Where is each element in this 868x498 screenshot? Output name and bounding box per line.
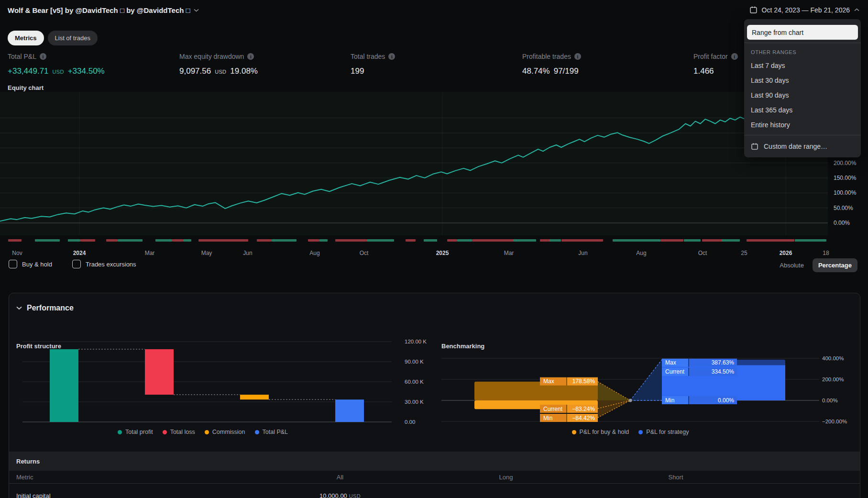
metric-total-p-l: Total P&Li+33,449.71USD+334.50% <box>8 53 165 76</box>
info-icon[interactable]: i <box>40 53 46 60</box>
menu-item-last-90-days[interactable]: Last 90 days <box>744 88 861 102</box>
metric-max-equity-drawdown: Max equity drawdowni9,097.56USD19.08% <box>179 53 337 76</box>
metric-value-main: 9,097.56 <box>179 66 211 76</box>
losing-trades-marker <box>447 239 457 242</box>
svg-text:Current: Current <box>665 368 685 375</box>
value-mode-toggle: Absolute Percentage <box>776 258 857 272</box>
axis-tick-label: 90.00 K <box>405 359 424 365</box>
benchmarking-legend: P&L for buy & holdP&L for strategy <box>441 429 819 435</box>
time-axis-label: 18 <box>823 250 829 256</box>
time-axis-label: Aug <box>636 250 646 256</box>
date-range-button[interactable]: Oct 24, 2023 — Feb 21, 2026 <box>748 5 860 15</box>
winning-trades-marker <box>795 239 826 242</box>
equity-chart[interactable] <box>0 81 828 239</box>
legend-label: Total loss <box>170 429 195 435</box>
chevron-up-icon <box>854 8 859 11</box>
time-axis-label: 2026 <box>780 250 792 256</box>
time-axis-label: Jun <box>243 250 252 256</box>
losing-trades-marker <box>257 239 272 242</box>
winning-trades-marker <box>457 239 472 242</box>
info-icon[interactable]: i <box>574 53 581 60</box>
axis-tick-label: 60.00 K <box>405 379 424 385</box>
metric-value-extra: 19.08% <box>230 66 258 76</box>
menu-item-last-30-days[interactable]: Last 30 days <box>744 73 861 88</box>
svg-text:−84.42%: −84.42% <box>572 415 595 421</box>
winning-trades-marker <box>35 239 60 242</box>
profit-structure-legend: Total profitTotal lossCommissionTotal P&… <box>14 429 392 435</box>
menu-section-label: OTHER RANGES <box>744 46 861 58</box>
table-row[interactable]: Initial capital10,000.00USD <box>9 484 860 498</box>
checkbox-trades-excursions[interactable]: Trades excursions <box>72 260 136 268</box>
profit-structure-y-axis: 120.00 K90.00 K60.00 K30.00 K0.00 <box>405 335 438 431</box>
tab-list-of-trades[interactable]: List of trades <box>48 31 98 45</box>
menu-item-range-from-chart[interactable]: Range from chart <box>747 25 858 40</box>
checkbox-box[interactable] <box>72 260 81 268</box>
axis-tick-label: 100.00% <box>834 189 856 196</box>
legend-item: Total P&L <box>255 429 288 435</box>
winning-trades-marker <box>319 239 328 242</box>
axis-tick-label: 150.00% <box>834 175 856 181</box>
losing-trades-marker <box>8 239 22 242</box>
svg-text:Max: Max <box>543 378 554 385</box>
absolute-mode-button[interactable]: Absolute <box>776 259 808 272</box>
legend-dot <box>163 430 167 434</box>
axis-tick-label: 400.00% <box>822 355 844 361</box>
legend-item: Total loss <box>163 429 195 435</box>
chevron-down-icon <box>16 306 22 310</box>
performance-section-header[interactable]: Performance <box>16 304 74 312</box>
legend-label: P&L for buy & hold <box>580 429 629 435</box>
winning-trades-marker <box>424 239 437 242</box>
info-icon[interactable]: i <box>247 53 254 60</box>
winning-trades-marker <box>722 239 740 242</box>
metric-label: Total tradesi <box>351 53 508 60</box>
time-axis-label: Mar <box>145 250 155 256</box>
percentage-mode-button[interactable]: Percentage <box>813 258 857 272</box>
metric-label: Profitable tradesi <box>522 53 680 60</box>
time-axis-label: Oct <box>698 250 707 256</box>
axis-tick-label: −200.00% <box>822 419 847 424</box>
info-icon[interactable]: i <box>388 53 395 60</box>
winning-trades-marker <box>684 239 701 242</box>
winning-trades-marker <box>68 239 80 242</box>
checkbox-buy-hold[interactable]: Buy & hold <box>9 260 52 268</box>
tab-metrics[interactable]: Metrics <box>8 31 44 45</box>
metric-label-text: Total P&L <box>8 53 36 60</box>
metric-value-main: 199 <box>351 66 364 76</box>
menu-item-entire-history[interactable]: Entire history <box>744 117 861 132</box>
metric-unit: USD <box>53 69 64 75</box>
benchmarking-y-axis: 400.00%200.00%0.00%−200.00% <box>822 335 859 431</box>
returns-section-header[interactable]: Returns <box>9 452 860 471</box>
svg-text:Min: Min <box>543 415 552 421</box>
losing-trades-marker <box>172 239 183 242</box>
returns-title: Returns <box>16 458 40 465</box>
legend-dot <box>255 430 259 434</box>
time-axis-label: Nov <box>12 250 22 256</box>
column-header-all: All <box>337 474 343 481</box>
menu-item-last-365-days[interactable]: Last 365 days <box>744 102 861 117</box>
info-icon[interactable]: i <box>731 53 738 60</box>
svg-text:334.50%: 334.50% <box>712 368 735 375</box>
menu-item-custom-date-range[interactable]: Custom date range… <box>744 138 861 155</box>
metric-value: 48.74%97/199 <box>522 66 680 76</box>
winning-trades-marker <box>183 239 191 242</box>
legend-label: Commission <box>212 429 245 435</box>
time-axis-label: 2025 <box>436 250 449 256</box>
metric-value: 199 <box>351 66 508 76</box>
menu-divider <box>744 43 861 43</box>
menu-item-last-7-days[interactable]: Last 7 days <box>744 58 861 73</box>
overlay-checkboxes: Buy & holdTrades excursions <box>9 260 136 268</box>
winning-trades-marker <box>513 239 536 242</box>
time-axis-label: Jun <box>578 250 587 256</box>
checkbox-box[interactable] <box>9 260 17 268</box>
metric-label: Total P&Li <box>8 53 165 60</box>
profit-structure-chart <box>14 335 392 431</box>
page-title[interactable]: Wolf & Bear [v5] by @DavidTech □ by @Dav… <box>8 6 199 14</box>
axis-tick-label: 0.00% <box>822 398 838 403</box>
axis-tick-label: 30.00 K <box>405 399 424 405</box>
metric-label-text: Profit factor <box>693 53 728 60</box>
legend-item: P&L for strategy <box>638 429 689 435</box>
row-metric-label: Initial capital <box>16 492 51 498</box>
equity-time-axis: Nov2024MarMayJunAugOct2025MarJunAugOct25… <box>0 250 828 258</box>
svg-text:0.00%: 0.00% <box>718 397 734 404</box>
metric-value: 9,097.56USD19.08% <box>179 66 337 76</box>
